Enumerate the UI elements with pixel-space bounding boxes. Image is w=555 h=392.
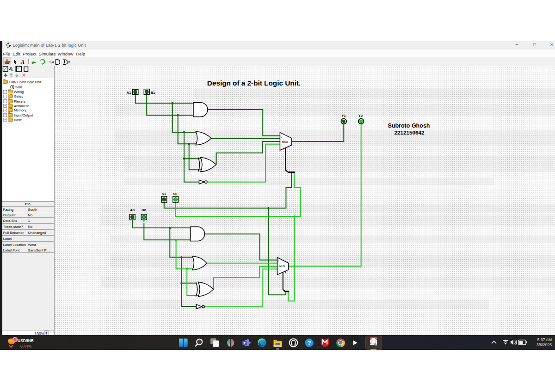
svg-text:0: 0 bbox=[278, 260, 279, 263]
svg-text:Y0: Y0 bbox=[358, 114, 363, 118]
svg-text:Design of a 2-bit Logic Unit.: Design of a 2-bit Logic Unit. bbox=[207, 79, 301, 87]
svg-text:T: T bbox=[243, 341, 246, 345]
svg-text:B1: B1 bbox=[151, 91, 155, 95]
svg-text:Subroto Ghosh: Subroto Ghosh bbox=[388, 122, 430, 129]
svg-text:A1: A1 bbox=[127, 91, 131, 95]
svg-text:S0: S0 bbox=[173, 192, 177, 196]
svg-text:B0: B0 bbox=[142, 208, 146, 212]
svg-text:Y1: Y1 bbox=[342, 114, 346, 118]
svg-text:0: 0 bbox=[281, 135, 282, 138]
svg-text:2212150642: 2212150642 bbox=[394, 129, 425, 135]
svg-text:A0: A0 bbox=[130, 208, 135, 212]
svg-text:MUX: MUX bbox=[279, 265, 285, 268]
svg-text:MUX: MUX bbox=[282, 141, 288, 143]
svg-text:S1: S1 bbox=[162, 192, 166, 196]
svg-text:?: ? bbox=[308, 340, 311, 347]
